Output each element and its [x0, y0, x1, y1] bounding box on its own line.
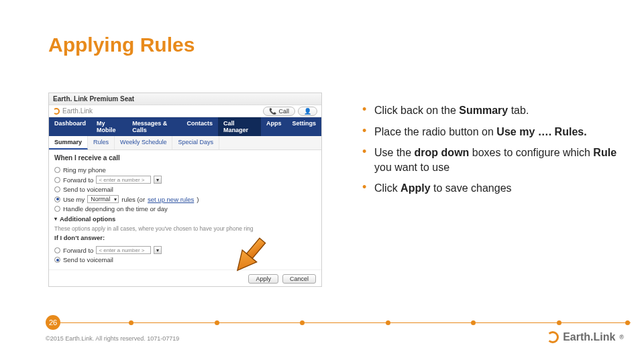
rule-select[interactable]: Normal	[87, 195, 119, 203]
bullet-text: Use the drop down boxes to configure whi…	[374, 147, 616, 173]
bullet-item: Place the radio button on Use my …. Rule…	[362, 125, 617, 139]
tab-special-days[interactable]: Special Days	[172, 136, 219, 149]
window-title: Earth. Link Premium Seat	[49, 93, 321, 105]
panel-footer: Apply Cancel	[49, 269, 321, 288]
opt-time-of-day: Handle depending on the time or day	[63, 205, 168, 213]
bullet-text: Click Apply to save changes	[374, 182, 512, 194]
page-title: Applying Rules	[48, 34, 195, 56]
bullet-item: Click Apply to save changes	[362, 181, 617, 196]
radio-forward[interactable]	[54, 177, 60, 183]
swirl-icon	[53, 108, 60, 115]
bullet-item: Click back on the Summary tab.	[362, 103, 617, 118]
opt-use-my-suffix2: )	[197, 196, 199, 203]
sub-nav: Summary Rules Weekly Schedule Special Da…	[49, 136, 321, 150]
copyright: ©2015 Earth.Link. All rights reserved. 1…	[46, 335, 179, 342]
bullet-item: Use the drop down boxes to configure whi…	[362, 145, 617, 174]
opt-forward: Forward to	[63, 176, 93, 184]
if-no-answer-label: If I don't answer:	[54, 234, 105, 241]
radio-ring[interactable]	[54, 167, 60, 173]
tab-weekly-schedule[interactable]: Weekly Schedule	[115, 136, 172, 149]
user-button[interactable]: 👤	[298, 107, 317, 116]
footer-brand-text: Earth.Link	[563, 331, 615, 343]
opt-voicemail: Send to voicemail	[63, 186, 113, 193]
panel-header: When I receive a call	[54, 154, 120, 162]
opt-ring: Ring my phone	[63, 166, 106, 174]
bullet-text: Click back on the Summary tab.	[374, 105, 529, 116]
nav-messages[interactable]: Messages & Calls	[127, 117, 181, 136]
forward-number-input[interactable]: < enter a number >	[96, 176, 151, 184]
forward-dd[interactable]: ▾	[154, 176, 162, 184]
call-button[interactable]: 📞 Call	[263, 107, 295, 116]
nav-my-mobile[interactable]: My Mobile	[91, 117, 127, 136]
radio-use-my[interactable]	[54, 196, 60, 202]
radio-time-of-day[interactable]	[54, 206, 60, 212]
nav-settings[interactable]: Settings	[286, 117, 321, 136]
radio-noanswer-vm[interactable]	[54, 257, 60, 263]
cancel-button[interactable]: Cancel	[282, 274, 316, 284]
radio-voicemail[interactable]	[54, 186, 60, 192]
bullet-text: Place the radio button on Use my …. Rule…	[374, 126, 587, 137]
main-nav: Dashboard My Mobile Messages & Calls Con…	[49, 117, 321, 136]
additional-options-header[interactable]: Additional options	[54, 215, 316, 223]
noanswer-forward-input[interactable]: < enter a number >	[96, 246, 151, 254]
bullet-list: Click back on the Summary tab. Place the…	[335, 103, 617, 202]
brand-logo: Earth.Link	[53, 107, 93, 115]
additional-subtitle: These options apply in all cases, where …	[54, 225, 316, 232]
noanswer-forward-label: Forward to	[63, 247, 93, 254]
tab-rules[interactable]: Rules	[88, 136, 115, 149]
footer-brand: Earth.Link®	[547, 331, 624, 343]
noanswer-forward-dd[interactable]: ▾	[154, 246, 162, 254]
opt-use-my-prefix: Use my	[63, 196, 85, 203]
brand-bar: Earth.Link 📞 Call 👤	[49, 105, 321, 117]
brand-text: Earth.Link	[62, 107, 93, 115]
progress-line	[60, 322, 631, 323]
noanswer-vm-label: Send to voicemail	[63, 256, 113, 263]
opt-use-my-suffix: rules (or	[121, 196, 145, 203]
apply-button[interactable]: Apply	[248, 274, 278, 284]
nav-apps[interactable]: Apps	[261, 117, 287, 136]
page-number-badge: 26	[46, 315, 60, 330]
nav-contacts[interactable]: Contacts	[181, 117, 218, 136]
setup-new-rules-link[interactable]: set up new rules	[148, 196, 194, 203]
nav-call-manager[interactable]: Call Manager	[218, 117, 261, 136]
nav-dashboard[interactable]: Dashboard	[49, 117, 91, 136]
panel: When I receive a call Ring my phone Forw…	[49, 150, 321, 269]
radio-noanswer-forward[interactable]	[54, 247, 60, 253]
tab-summary[interactable]: Summary	[49, 136, 88, 149]
swirl-icon	[547, 331, 559, 343]
slide: Applying Rules Click back on the Summary…	[0, 0, 644, 362]
app-screenshot: Earth. Link Premium Seat Earth.Link 📞 Ca…	[48, 93, 322, 287]
